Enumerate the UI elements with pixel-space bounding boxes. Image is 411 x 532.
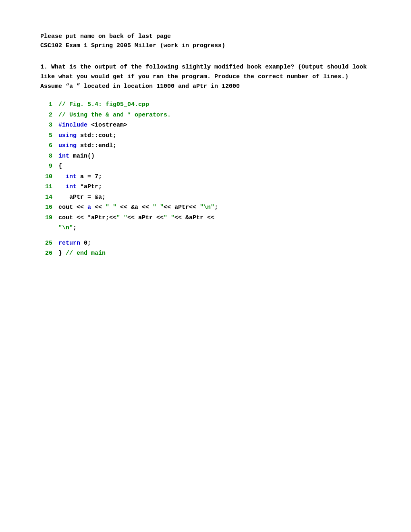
question-text: 1. What is the output of the following s… — [40, 62, 371, 91]
code-content-19: cout << *aPtr;<<" "<< aPtr <<" "<< &aPtr… — [58, 213, 371, 223]
header-section: Please put name on back of last page CSC… — [40, 32, 371, 50]
code-content-5: using std::cout; — [58, 131, 371, 141]
spacer — [40, 233, 371, 238]
line-num-11: 11 — [40, 182, 52, 192]
code-line-25: 25 return 0; — [40, 238, 371, 249]
cout-19b: << — [109, 214, 116, 221]
question-section: 1. What is the output of the following s… — [40, 62, 371, 259]
code-line-11: 11 int *aPtr; — [40, 182, 371, 192]
code-line-5: 5 using std::cout; — [40, 131, 371, 141]
cout-16b: << — [91, 204, 106, 211]
code-line-10: 10 int a = 7; — [40, 172, 371, 182]
using-arg-1: std::cout; — [80, 132, 116, 139]
code-line-9: 9 { — [40, 161, 371, 172]
line-num-3: 3 — [40, 120, 52, 131]
str-19e: " " — [164, 214, 174, 221]
int-kw-aptr: int — [66, 183, 77, 190]
code-line-8: 8 int main() — [40, 151, 371, 162]
code-line-3: 3 #include <iostream> — [40, 120, 371, 131]
aptr-assign: aPtr = &a; — [69, 194, 106, 201]
str-space-16: " " — [106, 204, 116, 211]
code-content-11: int *aPtr; — [58, 182, 371, 192]
code-content-1: // Fig. 5.4: fig05_04.cpp — [58, 100, 371, 110]
code-content-8: int main() — [58, 151, 371, 162]
int-kw-a: int — [66, 173, 77, 180]
line-num-1: 1 — [40, 100, 52, 110]
line-num-9: 9 — [40, 161, 52, 172]
return-kw: return — [58, 240, 80, 247]
line-num-6: 6 — [40, 141, 52, 151]
question-body: What is the output of the following slig… — [40, 64, 367, 90]
line-num-5: 5 — [40, 131, 52, 141]
line-num-10: 10 — [40, 172, 52, 182]
code-content-16: cout << a << " " << &a << " "<< aPtr<< "… — [58, 202, 371, 213]
comment-1: // Fig. 5.4: fig05_04.cpp — [58, 101, 149, 108]
str-19c: " " — [116, 214, 127, 221]
code-block: 1 // Fig. 5.4: fig05_04.cpp 2 // Using t… — [40, 100, 371, 259]
code-content-19-cont: "\n"; — [58, 223, 371, 233]
cout-16f: ; — [214, 204, 218, 211]
main-text: main() — [73, 153, 95, 160]
code-line-1: 1 // Fig. 5.4: fig05_04.cpp — [40, 100, 371, 110]
code-content-2: // Using the & and * operators. — [58, 110, 371, 121]
open-brace: { — [58, 163, 62, 170]
cout-19f: << &aPtr << — [174, 214, 214, 221]
line-num-16: 16 — [40, 202, 52, 213]
code-line-14: 14 aPtr = &a; — [40, 192, 371, 203]
cout-19d: << aPtr << — [127, 214, 164, 221]
str-newline-16: "\n" — [200, 204, 214, 211]
line-num-25: 25 — [40, 238, 52, 249]
code-content-26: } // end main — [58, 248, 371, 259]
preprocessor: #include — [58, 122, 87, 129]
code-content-6: using std::endl; — [58, 141, 371, 151]
str-16d: " " — [153, 204, 164, 211]
line-num-14: 14 — [40, 192, 52, 203]
var-a-16: a — [87, 204, 91, 211]
line-num-blank: 19 — [40, 223, 52, 233]
cout-16e: << aPtr<< — [164, 204, 200, 211]
int-a-decl: a = 7; — [80, 173, 102, 180]
comment-2: // Using the & and * operators. — [58, 112, 171, 118]
end-main-comment: // end main — [66, 250, 106, 257]
code-content-9: { — [58, 161, 371, 172]
cout-19a: cout << *aPtr; — [58, 214, 109, 221]
using-arg-2: std::endl; — [80, 142, 116, 149]
question-number: 1. — [40, 64, 48, 71]
code-content-25: return 0; — [58, 238, 371, 249]
code-line-16: 16 cout << a << " " << &a << " "<< aPtr<… — [40, 202, 371, 213]
str-newline-19: "\n" — [58, 224, 73, 231]
code-content-3: #include <iostream> — [58, 120, 371, 131]
include-arg: <iostream> — [91, 122, 127, 129]
close-brace: } — [58, 250, 66, 257]
aptr-decl: *aPtr; — [80, 183, 102, 190]
using-kw-2: using — [58, 142, 77, 149]
code-line-19: 19 cout << *aPtr;<<" "<< aPtr <<" "<< &a… — [40, 213, 371, 223]
cout-16c: << &a << — [116, 204, 153, 211]
code-content-14: aPtr = &a; — [58, 192, 371, 203]
return-val: 0; — [84, 240, 91, 247]
code-content-10: int a = 7; — [58, 172, 371, 182]
header-line1: Please put name on back of last page — [40, 32, 371, 42]
line-num-8: 8 — [40, 151, 52, 162]
line-num-19: 19 — [40, 213, 52, 223]
code-line-6: 6 using std::endl; — [40, 141, 371, 151]
header-line2: CSC102 Exam 1 Spring 2005 Miller (work i… — [40, 42, 371, 51]
line-num-2: 2 — [40, 110, 52, 121]
code-line-26: 26 } // end main — [40, 248, 371, 259]
int-kw-main: int — [58, 153, 69, 160]
line-num-26: 26 — [40, 248, 52, 259]
code-line-2: 2 // Using the & and * operators. — [40, 110, 371, 121]
using-kw-1: using — [58, 132, 77, 139]
cout-16: cout << — [58, 204, 87, 211]
code-line-19-cont: 19 "\n"; — [40, 223, 371, 233]
cout-19-end: ; — [73, 224, 77, 231]
